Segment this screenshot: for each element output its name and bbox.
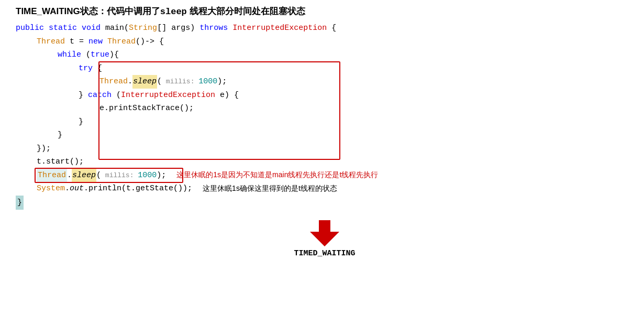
- title-keyword: sleep: [160, 7, 187, 17]
- keyword-void: void: [82, 21, 101, 35]
- code-line-12: Thread.sleep( millis: 1000);: [37, 169, 166, 182]
- title-suffix: 线程大部分时间处在阻塞状态: [187, 6, 305, 16]
- title-prefix: TIME_WAITING状态：代码中调用了: [16, 6, 160, 16]
- annotation-2: 这里休眠1s确保这里得到的是t线程的状态: [203, 182, 337, 195]
- code-line-1: public static void main(String[] args) t…: [16, 21, 634, 35]
- code-line-4: try {: [16, 62, 634, 75]
- code-line-7: e.printStackTrace();: [16, 102, 634, 115]
- code-block: public static void main(String[] args) t…: [16, 21, 634, 210]
- code-line-14: }: [16, 196, 634, 210]
- code-line-12-container: Thread.sleep( millis: 1000); 这里休眠的1s是因为不…: [16, 169, 634, 182]
- code-line-6: } catch (InterruptedException e) {: [16, 89, 634, 102]
- arrow-head: [310, 232, 339, 246]
- result-label: TIMED_WAITING: [294, 249, 355, 258]
- code-line-3: while (true){: [16, 48, 634, 62]
- code-line-13: System.out.println(t.getState());: [37, 182, 192, 196]
- annotation-1: 这里休眠的1s是因为不知道是main线程先执行还是t线程先执行: [176, 169, 378, 181]
- title: TIME_WAITING状态：代码中调用了sleep 线程大部分时间处在阻塞状态: [16, 5, 634, 17]
- keyword-public: public: [16, 21, 44, 35]
- code-line-5: Thread.sleep( millis: 1000);: [16, 75, 634, 89]
- code-line-8: }: [16, 115, 634, 129]
- code-line-10: });: [16, 142, 634, 156]
- code-line-9: }: [16, 128, 634, 142]
- arrow-shaft: [319, 220, 330, 232]
- code-line-13-container: System.out.println(t.getState()); 这里休眠1s…: [16, 182, 634, 196]
- closing-brace: }: [16, 196, 24, 210]
- code-line-11: t.start();: [16, 155, 634, 169]
- page-container: TIME_WAITING状态：代码中调用了sleep 线程大部分时间处在阻塞状态…: [16, 5, 634, 258]
- result-container: TIMED_WAITING: [16, 220, 634, 258]
- sleep-line-wrapper: Thread.sleep( millis: 1000);: [37, 169, 166, 182]
- keyword-static: static: [49, 21, 77, 35]
- method-main: main(: [105, 21, 129, 35]
- code-line-2: Thread t = new Thread()-> {: [16, 35, 634, 49]
